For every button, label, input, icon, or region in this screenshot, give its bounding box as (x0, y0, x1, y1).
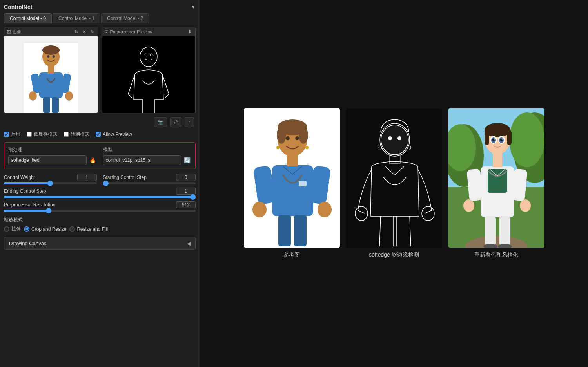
allow-preview-checkbox[interactable]: Allow Preview (96, 132, 132, 137)
svg-rect-31 (294, 215, 307, 246)
svg-rect-30 (278, 215, 291, 246)
tab-control-model-1[interactable]: Control Model - 1 (53, 13, 100, 23)
low-vram-checkbox-input[interactable] (27, 132, 32, 137)
preprocessor-select[interactable]: softedge_hed canny depth normal openpose (8, 155, 87, 165)
scale-radio-fill[interactable] (69, 226, 75, 232)
tabs-row: Control Model - 0 Control Model - 1 Cont… (4, 13, 196, 23)
pm-row: 预处理 softedge_hed canny depth normal open… (8, 146, 191, 165)
guess-mode-checkbox-input[interactable] (64, 132, 69, 137)
control-weight-value[interactable]: 1 (77, 174, 97, 181)
source-image-actions: ↻ ✕ ✎ (73, 29, 95, 35)
svg-point-54 (397, 136, 401, 140)
edge-svg (346, 108, 442, 248)
image-icon: 🖼 (7, 29, 11, 34)
svg-rect-82 (499, 216, 510, 246)
svg-rect-78 (511, 169, 527, 201)
svg-point-25 (295, 136, 299, 140)
svg-point-76 (501, 139, 503, 140)
sliders-section: Control Weight 1 Starting Control Step 0… (4, 174, 196, 212)
output-images: 参考图 (244, 108, 544, 259)
svg-point-22 (277, 127, 286, 144)
ending-step-label: Ending Control Step (4, 188, 46, 194)
camera-button[interactable]: 📷 (154, 117, 167, 127)
svg-point-34 (305, 146, 309, 149)
preview-image-box: ☑ Preprocessor Preview ⬇ (102, 27, 196, 113)
model-col: 模型 control_v11p_sd15_s control_v11p_sd15… (103, 146, 192, 165)
ending-step-slider-row: Ending Control Step 1 (4, 188, 196, 198)
controls-row: 📷 ⇄ ↑ (4, 117, 196, 127)
preproc-res-slider-row: Preprocessor Resolution 512 (4, 201, 196, 212)
preview-download-button[interactable]: ⬇ (187, 29, 193, 35)
preprocessor-fire-button[interactable]: 🔥 (89, 156, 97, 164)
ending-step-value[interactable]: 1 (176, 188, 196, 195)
svg-point-2 (42, 45, 60, 55)
preview-image-label: ☑ Preprocessor Preview (105, 29, 152, 34)
preprocessor-model-section: 预处理 softedge_hed canny depth normal open… (4, 142, 196, 169)
svg-point-60 (509, 112, 544, 167)
starting-step-label: Starting Control Step (103, 175, 147, 180)
tab-control-model-0[interactable]: Control Model - 0 (4, 13, 52, 23)
output-img-reference (244, 108, 340, 248)
output-item-edge: softedge 软边缘检测 (346, 108, 442, 259)
control-weight-slider-row: Control Weight 1 (4, 174, 97, 184)
svg-point-79 (463, 199, 474, 212)
scale-options-row: 拉伸 Crop and Resize Resize and Fill (4, 226, 196, 232)
model-refresh-button[interactable]: 🔄 (183, 156, 191, 164)
output-label-anime: 重新着色和风格化 (474, 251, 518, 259)
preview-checkbox-icon: ☑ (105, 29, 109, 34)
preview-image-content[interactable] (102, 36, 196, 113)
control-weight-slider[interactable] (4, 182, 97, 184)
source-image-header: 🖼 图像 ↻ ✕ ✎ (4, 27, 98, 36)
source-refresh-button[interactable]: ↻ (73, 29, 80, 35)
preprocessor-label: 预处理 (8, 146, 97, 153)
svg-point-53 (388, 136, 392, 140)
control-weight-label: Control Weight (4, 175, 35, 180)
model-select[interactable]: control_v11p_sd15_s control_v11p_sd15_ca… (103, 155, 181, 165)
svg-point-10 (53, 55, 55, 58)
output-item-reference: 参考图 (244, 108, 340, 259)
panel-title: ControlNet (4, 4, 32, 10)
panel-collapse-arrow[interactable]: ▼ (191, 4, 196, 10)
svg-rect-3 (39, 72, 63, 98)
checkboxes-row: 启用 低显存模式 猜测模式 Allow Preview (4, 131, 196, 137)
guess-mode-checkbox[interactable]: 猜测模式 (64, 131, 89, 137)
allow-preview-checkbox-input[interactable] (96, 132, 101, 137)
enable-checkbox[interactable]: 启用 (4, 131, 20, 137)
swap-button[interactable]: ⇄ (170, 117, 181, 127)
scale-mode-section: 缩放模式 拉伸 Crop and Resize Resize and Fill (4, 217, 196, 232)
tab-control-model-2[interactable]: Control Model - 2 (101, 13, 149, 23)
enable-checkbox-input[interactable] (4, 132, 9, 137)
drawing-canvas-arrow: ◀ (187, 241, 191, 246)
source-image-content[interactable] (4, 36, 98, 113)
scale-option-stretch[interactable]: 拉伸 (4, 226, 21, 232)
svg-rect-67 (485, 130, 489, 145)
preproc-res-value[interactable]: 512 (176, 201, 196, 208)
ending-step-slider[interactable] (4, 196, 196, 198)
preproc-res-slider[interactable] (4, 210, 196, 212)
source-close-button[interactable]: ✕ (81, 29, 87, 35)
scale-radio-stretch[interactable] (4, 226, 9, 232)
svg-point-33 (276, 146, 279, 149)
scale-option-crop[interactable]: Crop and Resize (24, 226, 66, 232)
output-img-edge (346, 108, 442, 248)
svg-point-29 (318, 202, 332, 217)
nurse-photo-svg (24, 43, 78, 114)
output-label-edge: softedge 软边缘检测 (369, 251, 419, 259)
source-edit-button[interactable]: ✎ (89, 29, 95, 35)
scale-radio-crop-inner (25, 228, 28, 230)
scale-radio-crop[interactable] (24, 226, 29, 232)
edge-preview-svg (121, 43, 176, 114)
low-vram-checkbox[interactable]: 低显存模式 (27, 131, 57, 137)
svg-point-8 (65, 91, 73, 101)
svg-point-80 (520, 199, 531, 212)
scale-option-fill[interactable]: Resize and Fill (69, 226, 108, 232)
svg-point-23 (299, 127, 308, 144)
starting-step-slider[interactable] (103, 182, 196, 184)
svg-rect-18 (272, 165, 313, 216)
starting-step-value[interactable]: 0 (176, 174, 196, 181)
output-img-anime (448, 108, 544, 248)
svg-point-75 (494, 139, 495, 140)
svg-rect-81 (485, 216, 496, 246)
up-button[interactable]: ↑ (185, 117, 194, 127)
drawing-canvas-row[interactable]: Drawing Canvas ◀ (4, 237, 196, 250)
